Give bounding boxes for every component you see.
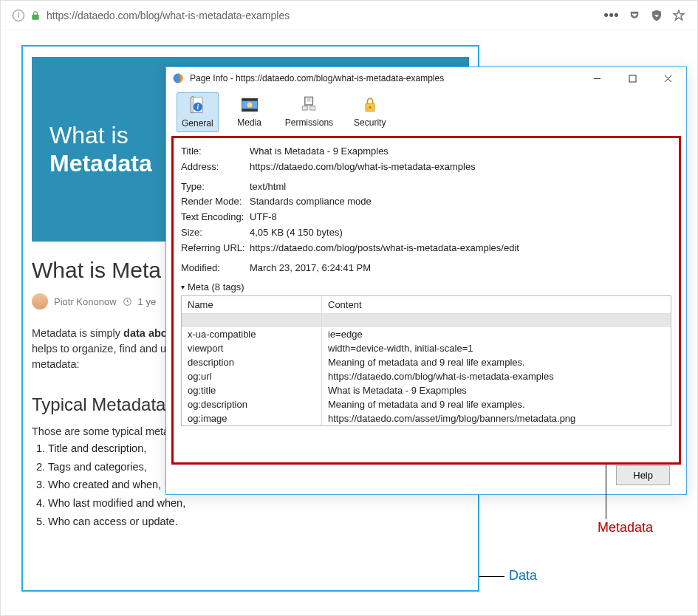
minimize-button[interactable]	[584, 70, 609, 86]
kv-value: Standards compliance mode	[250, 194, 671, 210]
kv-value: What is Metadata - 9 Exapmples	[250, 144, 671, 160]
page-info-dialog: Page Info - https://dataedo.com/blog/wha…	[165, 66, 687, 495]
svg-point-12	[247, 103, 252, 108]
author-name: Piotr Kononow	[54, 296, 117, 307]
info-icon[interactable]: i	[13, 10, 24, 21]
banner-line2: Metadata	[49, 150, 152, 177]
col-header-content[interactable]: Content	[322, 296, 671, 313]
table-row[interactable]: og:urlhttps://dataedo.com/blog/what-is-m…	[182, 369, 671, 383]
article-date: 1 ye	[138, 296, 157, 307]
dialog-titlebar[interactable]: Page Info - https://dataedo.com/blog/wha…	[166, 67, 686, 89]
help-button[interactable]: Help	[616, 465, 670, 485]
col-header-name[interactable]: Name	[182, 296, 322, 313]
svg-rect-17	[310, 106, 315, 110]
svg-rect-11	[242, 109, 257, 112]
tab-label: Media	[237, 117, 261, 128]
media-icon	[238, 94, 261, 116]
table-row[interactable]: og:titleWhat is Metadata - 9 Exapmples	[182, 383, 671, 397]
tab-label: General	[182, 118, 213, 129]
security-lock-icon	[358, 94, 382, 116]
tab-security[interactable]: Security	[349, 92, 390, 132]
pocket-icon[interactable]	[628, 9, 641, 22]
meta-expand-label: Meta (8 tags)	[188, 281, 244, 292]
svg-text:i: i	[197, 103, 199, 111]
meta-table: Name Content x-ua-compatibleie=edge view…	[181, 295, 671, 426]
maximize-button[interactable]	[620, 70, 645, 86]
kv-value: text/html	[250, 179, 671, 195]
lock-icon	[30, 10, 41, 21]
tab-label: Security	[354, 117, 386, 128]
permissions-icon	[297, 94, 321, 116]
table-row-selected[interactable]	[182, 314, 671, 327]
shield-down-icon[interactable]	[650, 9, 663, 22]
table-row[interactable]: og:imagehttps://dataedo.com/asset/img/bl…	[182, 411, 671, 425]
banner-line1: What is	[49, 122, 129, 148]
leader-line	[479, 576, 504, 577]
chevron-down-icon: ▾	[181, 283, 185, 291]
tab-media[interactable]: Media	[230, 92, 269, 132]
browser-window: i https://dataedo.com/blog/what-is-metad…	[0, 0, 698, 616]
kv-value: 4,05 KB (4 150 bytes)	[250, 225, 671, 241]
tab-permissions[interactable]: Permissions	[281, 92, 338, 132]
kv-value: https://dataedo.com/blog/what-is-metadat…	[250, 160, 671, 175]
meta-expand-row[interactable]: ▾ Meta (8 tags)	[181, 281, 671, 292]
kv-value: March 23, 2017, 6:24:41 PM	[250, 261, 671, 276]
svg-point-19	[369, 106, 371, 109]
more-icon[interactable]: •••	[604, 7, 619, 23]
list-item: Who last modified and when,	[48, 494, 469, 513]
annotation-metadata: Metadata	[598, 520, 653, 535]
document-info-icon: i	[185, 95, 209, 117]
address-bar: i https://dataedo.com/blog/what-is-metad…	[1, 1, 697, 30]
table-row[interactable]: og:descriptionMeaning of metadata and 9 …	[182, 397, 671, 411]
kv-label: Modified:	[181, 261, 250, 276]
table-row[interactable]: x-ua-compatibleie=edge	[182, 327, 671, 341]
firefox-icon	[172, 72, 184, 84]
metadata-region: Title:What is Metadata - 9 Exapmples Add…	[171, 136, 681, 465]
kv-label: Render Mode:	[181, 194, 250, 210]
clock-icon	[123, 297, 132, 307]
annotation-data: Data	[509, 568, 537, 584]
close-button[interactable]	[655, 70, 680, 86]
dialog-toolbar: i General Media Permissions Se	[166, 89, 686, 137]
tab-label: Permissions	[285, 117, 333, 128]
kv-label: Referring URL:	[181, 241, 250, 256]
table-row[interactable]: viewportwidth=device-width, initial-scal…	[182, 341, 671, 355]
dialog-title: Page Info - https://dataedo.com/blog/wha…	[190, 73, 578, 83]
kv-value: UTF-8	[250, 210, 671, 225]
address-url[interactable]: https://dataedo.com/blog/what-is-metadat…	[47, 10, 290, 21]
star-icon[interactable]	[672, 9, 685, 22]
svg-rect-10	[242, 98, 257, 101]
kv-value: https://dataedo.com/blog/posts/what-is-m…	[250, 241, 671, 256]
kv-label: Title:	[181, 144, 250, 160]
table-row[interactable]: descriptionMeaning of metadata and 9 rea…	[182, 355, 671, 369]
svg-rect-3	[629, 75, 636, 82]
tab-general[interactable]: i General	[177, 92, 219, 132]
kv-label: Type:	[181, 179, 250, 195]
list-item: Who can access or update.	[48, 513, 469, 531]
kv-label: Text Encoding:	[181, 210, 250, 225]
kv-label: Size:	[181, 225, 250, 241]
svg-rect-16	[303, 106, 308, 110]
avatar	[32, 293, 48, 309]
leader-line	[606, 465, 606, 519]
kv-label: Address:	[181, 160, 250, 175]
